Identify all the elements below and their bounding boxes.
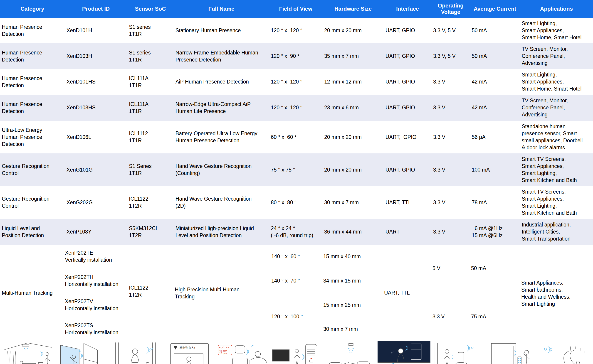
cell-field-of-view: 120 ° x 90 ° (269, 43, 322, 69)
cell-sensor-soc: S1 series 1T1R (127, 18, 174, 43)
cell-field-of-view: 24 ° x 24 ° ( -6 dB, round trip) (269, 219, 322, 245)
cell-field-of-view: 80 ° x 80 ° (269, 186, 322, 219)
sign-text: 检测到有人! (180, 346, 195, 350)
col-header-full-name: Full Name (174, 0, 269, 18)
cell-product-id: XenD103HS (65, 95, 127, 121)
cell-hardware-size: 36 mm x 44 mm (322, 219, 384, 245)
cell-voltage: 3.3 V (431, 69, 470, 95)
product-entry: XenP202THHorizontally installation (65, 274, 118, 288)
cell-full-name: Miniaturized High-precision Liquid Level… (174, 219, 269, 245)
cell-category: Human Presence Detection (0, 18, 65, 43)
cell-voltage: 3.3 V, 5 V (431, 18, 470, 43)
table-row: Liquid Level and Position Detection XenP… (0, 219, 593, 245)
cell-interface: UART, GPIO (384, 69, 431, 95)
cell-applications: Industrial application, Intelligent Citi… (520, 219, 593, 245)
cell-category: Liquid Level and Position Detection (0, 219, 65, 245)
table-row: Human Presence Detection XenD103H S1 ser… (0, 43, 593, 69)
cell-product-id: XenG202G (65, 186, 127, 219)
cell-hardware-size: 15 mm x 25 mm (323, 302, 361, 309)
cell-field-of-view: 60 ° x 60 ° (269, 121, 322, 153)
table-row: Human Presence Detection XenD101HS ICL11… (0, 69, 593, 95)
cell-hardware-size: 20 mm x 20 mm (322, 18, 384, 43)
cell-field-of-view: 120 ° x 120 ° (269, 18, 322, 43)
install-orientation: Horizontally installation (65, 329, 118, 336)
cell-hardware-size: 34 mm x 15 mm (323, 277, 361, 284)
cell-category: Human Presence Detection (0, 69, 65, 95)
col-header-hardware-size: Hardware Size (322, 0, 384, 18)
illustration-person-detected-sign: 检测到有人! (163, 341, 216, 364)
cell-sensor-soc: ICL1112 1T1R (127, 121, 174, 153)
product-id: XenP202TV (65, 299, 93, 304)
product-id: XenP202TE (65, 250, 93, 256)
product-id: XenP202TH (65, 274, 93, 280)
cell-field-of-view: 140 ° x 70 ° (271, 277, 300, 284)
col-header-category: Category (0, 0, 65, 18)
vitals-rpm-text: 16 rpm (219, 352, 227, 354)
applications-illustration-strip: 检测到有人! 65 bpm 16 rpm (0, 341, 593, 364)
cell-voltage: 5 V (433, 265, 441, 272)
cell-interface: UART, GPIO (384, 153, 431, 186)
cell-field-of-view: 75 ° x 75 ° (269, 153, 322, 186)
cell-applications: TV Screen, Monitor, Conference Panel, Ad… (520, 95, 593, 121)
cell-full-name: Narrow Frame-Embeddable Human Presence D… (174, 43, 269, 69)
illustration-parking-garage (324, 341, 377, 364)
table-row: Human Presence Detection XenD103HS ICL11… (0, 95, 593, 121)
cell-voltage: 3.3 V (431, 219, 470, 245)
cell-hardware-size: 30 mm x 7 mm (322, 186, 384, 219)
cell-sensor-soc: S5KM312CL 1T2R (127, 219, 174, 245)
table-row: Ultra-Low Energy Human Presence Detectio… (0, 121, 593, 153)
table-row: Gesture Recognition Control XenG101G S1 … (0, 153, 593, 186)
cell-product-id: XenD101HS (65, 69, 127, 95)
product-entry: XenP202TSHorizontally installation (65, 322, 118, 336)
product-entry: XenP202TVHorizontally installation (65, 298, 118, 312)
cell-full-name: Narrow-Edge Ultra-Compact AiP Human Life… (174, 95, 269, 121)
cell-interface: UART (384, 219, 431, 245)
illustration-bathroom-toilet (431, 341, 484, 364)
cell-hardware-size: 12 mm x 12 mm (322, 69, 384, 95)
cell-applications: Smart Appliances, Smart bathrooms, Healt… (521, 279, 571, 307)
cell-category: Human Presence Detection (0, 43, 65, 69)
cell-current: 50 mA (471, 265, 486, 272)
cell-sensor-soc: S1 series 1T1R (127, 43, 174, 69)
cell-applications: Smart TV Screens, Smart Appliances, Smar… (520, 186, 593, 219)
cell-current: 42 mA (470, 69, 520, 95)
cell-current: 56 μA (470, 121, 520, 153)
table-row-multi-human-tracking: Multi-Human Tracking XenP202TEVertically… (0, 245, 593, 341)
col-header-applications: Applications (520, 0, 593, 18)
cell-interface: UART, GPIO (384, 95, 431, 121)
cell-full-name: AiP Human Presence Detection (174, 69, 269, 95)
install-orientation: Horizontally installation (65, 281, 118, 288)
col-header-sensor-soc: Sensor SoC (127, 0, 174, 18)
cell-full-name: Hand Wave Gesture Recognition (2D) (174, 186, 269, 219)
table-row: Human Presence Detection XenD101H S1 ser… (0, 18, 593, 43)
cell-interface: UART, GPIO (384, 121, 431, 153)
cell-interface: UART, TTL (384, 289, 410, 296)
cell-current: 42 mA (470, 95, 520, 121)
cell-sensor-soc: ICL111A 1T1R (127, 69, 174, 95)
cell-hardware-size: 20 mm x 20 mm (322, 153, 384, 186)
col-header-product-id: Product ID (65, 0, 127, 18)
cell-applications: Smart Lighting, Smart Appliances, Smart … (520, 18, 593, 43)
cell-hardware-size: 20 mm x 20 mm (322, 121, 384, 153)
cell-product-id: XenD103H (65, 43, 127, 69)
cell-full-name: High Precision Multi-Human Tracking (175, 286, 239, 300)
cell-hardware-size: 15 mm x 40 mm (323, 253, 361, 260)
cell-current: 50 mA (470, 18, 520, 43)
product-entry: XenP202TEVertically installation (65, 249, 112, 263)
cell-category: Gesture Recognition Control (0, 153, 65, 186)
cell-product-id: XenD106L (65, 121, 127, 153)
cell-voltage: 3.3 V (431, 153, 470, 186)
cell-interface: UART, GPIO (384, 18, 431, 43)
cell-current: 50 mA (470, 43, 520, 69)
cell-applications: TV Screen, Monitor, Conference Panel, Ad… (520, 43, 593, 69)
cell-category: Gesture Recognition Control (0, 186, 65, 219)
illustration-door-access (485, 341, 538, 364)
illustration-gesture-screen (55, 341, 108, 364)
cell-voltage: 3.3 V (433, 313, 445, 320)
cell-interface: UART, TTL (384, 186, 431, 219)
install-orientation: Vertically installation (65, 256, 112, 263)
cell-product-id: XenG101G (65, 153, 127, 186)
cell-current: 6 mA @1Hz 15 mA @6Hz (470, 219, 520, 245)
cell-applications: Smart Lighting, Smart Appliances, Smart … (520, 69, 593, 95)
table-row: Gesture Recognition Control XenG202G ICL… (0, 186, 593, 219)
